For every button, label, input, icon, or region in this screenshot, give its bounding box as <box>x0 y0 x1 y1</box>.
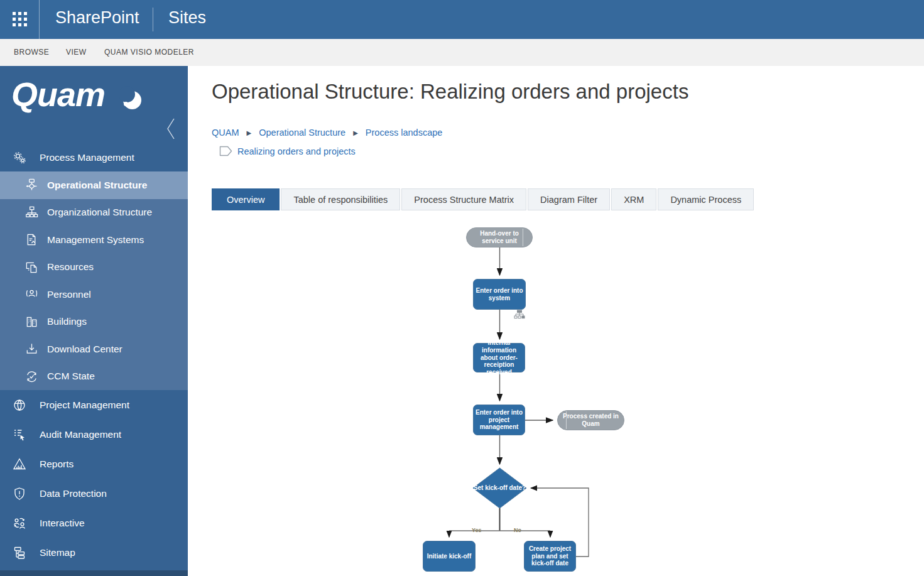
current-diagram-breadcrumb: Realizing orders and projects <box>219 146 356 156</box>
quam-logo[interactable]: Quam <box>11 75 105 114</box>
sidebar-item-label: Process Management <box>40 152 134 163</box>
breadcrumb-link-quam[interactable]: QUAM <box>212 128 239 138</box>
sidebar-bottom-strip <box>0 570 188 576</box>
sidebar-item-resources[interactable]: Resources <box>0 254 188 281</box>
ribbon-tab-view[interactable]: VIEW <box>66 48 87 57</box>
flowchart-task-enter-order-into-project-management[interactable]: Enter order into project management <box>473 405 525 435</box>
sidebar-item-personnel[interactable]: Personnel <box>0 281 188 308</box>
branch-label-yes: Yes <box>472 527 482 533</box>
triangle-chart-icon <box>12 457 27 472</box>
suite-bar: SharePoint Sites <box>0 0 924 39</box>
tab-xrm[interactable]: XRM <box>611 188 656 210</box>
flowchart-icon <box>24 178 39 193</box>
breadcrumb: QUAM ▶ Operational Structure ▶ Process l… <box>212 128 442 138</box>
sidebar-item-audit-management[interactable]: Audit Management <box>0 420 188 449</box>
sitemap-icon <box>12 545 27 560</box>
list-cursor-icon <box>12 427 27 442</box>
document-audit-icon <box>24 232 39 247</box>
sidebar-item-data-protection[interactable]: Data Protection <box>0 479 188 508</box>
flowchart-decision-set-kickoff-date[interactable]: Set kick-off date? <box>471 477 528 499</box>
tab-overview[interactable]: Overview <box>212 188 280 210</box>
sidebar-item-label: Sitemap <box>40 547 75 558</box>
flowchart-task-initiate-kickoff[interactable]: Initiate kick-off <box>423 541 476 572</box>
shield-icon <box>12 486 27 501</box>
sidebar-item-download-center[interactable]: Download Center <box>0 335 188 363</box>
ribbon-bar: BROWSE VIEW QUAM VISIO MODELER <box>0 39 924 66</box>
suite-bar-divider <box>153 8 153 31</box>
logo-row: Quam <box>0 66 188 144</box>
tab-diagram-filter[interactable]: Diagram Filter <box>528 188 610 210</box>
sidebar-item-interactive[interactable]: Interactive <box>0 508 188 538</box>
sidebar-item-operational-structure[interactable]: Operational Structure <box>0 171 188 199</box>
process-management-subnav: Operational Structure Organizational Str… <box>0 171 188 390</box>
flowchart-start-event[interactable]: Hand-over to service unit <box>466 227 533 247</box>
flowchart-end-event-process-created[interactable]: Process created in Quam <box>557 410 624 430</box>
suite-bar-divider <box>39 0 40 39</box>
sidebar-item-process-management[interactable]: Process Management <box>0 144 188 171</box>
sidebar-item-label: Download Center <box>47 344 122 355</box>
sidebar-item-ccm-state[interactable]: CCM State <box>0 363 188 391</box>
orgchart-icon <box>24 205 39 220</box>
view-tabs: Overview Table of responsibilities Proce… <box>212 188 754 210</box>
branch-label-no: No <box>514 527 521 533</box>
sidebar-item-sitemap[interactable]: Sitemap <box>0 538 188 567</box>
process-shape-icon <box>219 146 232 156</box>
tab-table-of-responsibilities[interactable]: Table of responsibilities <box>281 188 400 210</box>
download-icon <box>24 342 39 357</box>
sidebar-item-management-systems[interactable]: Management Systems <box>0 226 188 254</box>
sidebar-item-label: Interactive <box>40 518 85 529</box>
ribbon-tab-browse[interactable]: BROWSE <box>14 48 49 57</box>
tab-dynamic-process[interactable]: Dynamic Process <box>658 188 754 210</box>
sidebar-item-label: CCM State <box>47 371 95 382</box>
main-content: Operational Structure: Realizing orders … <box>188 66 924 576</box>
breadcrumb-link-operational-structure[interactable]: Operational Structure <box>259 128 345 138</box>
globe-icon <box>12 398 27 413</box>
flowchart-task-internal-information[interactable]: Internal information about order-receipt… <box>473 343 525 372</box>
sidebar-item-reports[interactable]: Reports <box>0 449 188 479</box>
screens-icon <box>24 259 39 274</box>
sidebar-item-label: Management Systems <box>47 234 144 246</box>
sidebar-collapse-chevron-icon[interactable] <box>166 117 175 143</box>
sidebar-item-organizational-structure[interactable]: Organizational Structure <box>0 199 188 227</box>
flowchart-task-create-project-plan[interactable]: Create project plan and set kick-off dat… <box>524 541 576 572</box>
page-title: Operational Structure: Realizing orders … <box>212 80 688 104</box>
flowchart-connectors <box>188 66 924 576</box>
sidebar-item-project-management[interactable]: Project Management <box>0 390 188 420</box>
subprocess-indicator-icon <box>514 310 525 320</box>
sharepoint-brand-link[interactable]: SharePoint <box>55 8 139 28</box>
sidebar-navigation: Quam Process Management <box>0 66 188 576</box>
tab-process-structure-matrix[interactable]: Process Structure Matrix <box>401 188 526 210</box>
sidebar-item-label: Audit Management <box>40 429 121 440</box>
sync-check-icon <box>24 369 39 384</box>
sidebar-item-label: Operational Structure <box>47 180 147 191</box>
flowchart-task-enter-order-into-system[interactable]: Enter order into system <box>473 279 526 310</box>
sidebar-item-label: Project Management <box>40 399 129 411</box>
sidebar-item-buildings[interactable]: Buildings <box>0 308 188 336</box>
buildings-icon <box>24 314 39 329</box>
breadcrumb-separator-icon: ▶ <box>353 129 358 136</box>
quam-sharepoint-app: SharePoint Sites BROWSE VIEW QUAM VISIO … <box>0 0 924 576</box>
breadcrumb-separator-icon: ▶ <box>247 129 252 136</box>
gears-icon <box>12 150 27 165</box>
people-exchange-icon <box>12 516 27 531</box>
sidebar-item-label: Organizational Structure <box>47 207 152 218</box>
sidebar-item-label: Personnel <box>47 289 91 300</box>
quam-logo-moon-icon <box>123 91 141 109</box>
person-brackets-icon <box>24 287 39 302</box>
sidebar-item-label: Reports <box>40 459 73 470</box>
sites-link[interactable]: Sites <box>168 8 206 28</box>
current-diagram-link[interactable]: Realizing orders and projects <box>237 146 356 156</box>
ribbon-tab-quam-visio-modeler[interactable]: QUAM VISIO MODELER <box>104 48 194 57</box>
sidebar-item-label: Resources <box>47 261 94 273</box>
sidebar-item-label: Buildings <box>47 316 87 327</box>
sidebar-item-label: Data Protection <box>40 488 107 499</box>
breadcrumb-link-process-landscape[interactable]: Process landscape <box>366 128 443 138</box>
app-launcher-waffle-icon[interactable] <box>13 12 27 26</box>
